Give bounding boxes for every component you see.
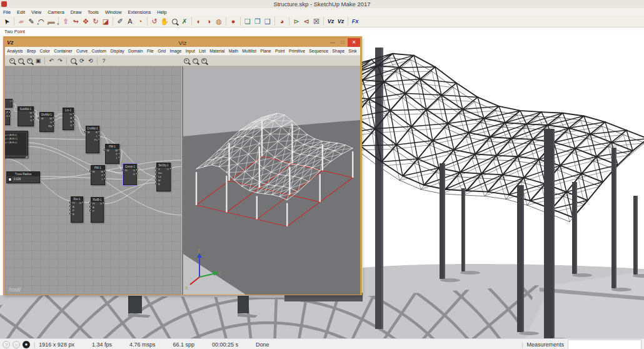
triangle-left-tool-icon[interactable]: ⊲: [301, 16, 311, 26]
auto-refresh-button[interactable]: ⟲: [86, 57, 95, 65]
viz-window[interactable]: Vz Viz — □ ✕ AnalysisBrepColorContainerC…: [3, 36, 362, 295]
menu-tools[interactable]: Tools: [84, 9, 102, 15]
menu-help[interactable]: Help: [154, 9, 169, 15]
viz-menu-math[interactable]: Math: [227, 49, 241, 53]
protractor-tool-icon[interactable]: ◔: [135, 16, 145, 26]
preview-zoom-in-button[interactable]: +: [182, 57, 191, 65]
pie-tool-icon[interactable]: ◕: [277, 16, 287, 26]
zoom-extents-tool-icon[interactable]: ✗: [179, 16, 189, 26]
menu-edit[interactable]: Edit: [14, 9, 28, 15]
output-port[interactable]: [53, 121, 54, 123]
menu-camera[interactable]: Camera: [44, 9, 68, 15]
help-status-icon[interactable]: ?: [3, 341, 10, 348]
output-port[interactable]: [53, 124, 54, 126]
geolocation-status-icon[interactable]: ●: [23, 341, 30, 348]
menu-extensions[interactable]: Extensions: [125, 9, 154, 15]
input-port[interactable]: [155, 183, 157, 185]
node-graph-canvas[interactable]: /root/ tPGSubMd-1MBSDivMd-1MMGMpLin-1InA…: [5, 66, 181, 295]
node-lin[interactable]: Lin-1InABS: [63, 108, 74, 130]
output-port[interactable]: [104, 178, 106, 180]
input-port[interactable]: [69, 209, 71, 211]
scene-tab-two-point[interactable]: Two Point: [4, 29, 25, 34]
output-port[interactable]: [82, 201, 84, 203]
node-submd[interactable]: SubMd-1MBS: [18, 106, 34, 126]
input-port[interactable]: [155, 179, 157, 181]
menu-file[interactable]: File: [0, 9, 14, 15]
output-port[interactable]: [98, 138, 100, 140]
orbit-tool-icon[interactable]: ↺: [149, 16, 159, 26]
rotate-tool-icon[interactable]: ↻: [91, 16, 101, 26]
output-port[interactable]: [98, 134, 100, 136]
panel-resize-handle[interactable]: ◢: [25, 154, 28, 158]
help-button[interactable]: ?: [99, 57, 108, 65]
viz-maximize-button[interactable]: □: [338, 38, 348, 47]
input-port[interactable]: [89, 202, 91, 204]
shadows-tool-icon[interactable]: ◐: [194, 16, 204, 26]
node-panel[interactable]: => {A;B;e} => {A;B;C} => {A;B;e}◢: [5, 131, 28, 158]
viz-menu-custom[interactable]: Custom: [89, 49, 108, 53]
arc-tool-icon[interactable]: ◠▾: [36, 16, 46, 26]
viz-preview-pane[interactable]: ZYX: [183, 66, 360, 295]
node-rotb[interactable]: RotB-1PtGAP: [91, 197, 104, 223]
followme-tool-icon[interactable]: ↬: [71, 16, 81, 26]
undo-button[interactable]: ↶: [47, 57, 56, 65]
output-port[interactable]: [33, 115, 34, 117]
viz-menu-source[interactable]: Source: [359, 49, 360, 53]
input-port[interactable]: [69, 213, 71, 215]
output-port[interactable]: [118, 149, 120, 151]
fx-tool-icon[interactable]: Fx: [350, 16, 360, 26]
input-port[interactable]: [155, 171, 157, 173]
output-port[interactable]: [103, 202, 104, 204]
viz-menu-primitive[interactable]: Primitive: [287, 49, 307, 53]
triangle-right-tool-icon[interactable]: ⊳: [291, 16, 301, 26]
output-port[interactable]: [73, 116, 74, 118]
viz-menu-curve[interactable]: Curve: [74, 49, 90, 53]
output-port[interactable]: [169, 168, 171, 169]
input-port[interactable]: [69, 205, 71, 207]
menu-draw[interactable]: Draw: [68, 9, 85, 15]
viz-menu-material[interactable]: Material: [208, 49, 227, 53]
viz-menu-analysis[interactable]: Analysis: [5, 49, 25, 53]
output-port[interactable]: [9, 111, 11, 113]
viz-menu-plane[interactable]: Plane: [258, 49, 273, 53]
output-port[interactable]: [73, 113, 74, 114]
output-port[interactable]: [73, 124, 74, 126]
preview-zoom-reset-button[interactable]: ×: [199, 57, 208, 65]
input-port[interactable]: [155, 168, 157, 169]
section-tool-icon[interactable]: ◑: [204, 16, 214, 26]
measurements-input[interactable]: [568, 340, 641, 349]
output-port[interactable]: [9, 115, 11, 117]
input-port[interactable]: [155, 175, 157, 177]
redo-button[interactable]: ↷: [56, 57, 64, 65]
zoom-tool-icon[interactable]: [169, 16, 179, 26]
node-truss-radius[interactable]: Truss Radius0.026: [6, 171, 40, 183]
pushpull-tool-icon[interactable]: ⇧: [61, 16, 71, 26]
tape-measure-tool-icon[interactable]: ✐: [115, 16, 125, 26]
eraser-tool-icon[interactable]: ▰: [16, 16, 26, 26]
input-port[interactable]: [89, 206, 91, 208]
select-tool-icon[interactable]: ➤: [2, 16, 12, 26]
inspect-button[interactable]: [69, 57, 78, 65]
pan-tool-icon[interactable]: ✋: [159, 16, 169, 26]
input-port[interactable]: [122, 169, 124, 171]
viz-menu-brep[interactable]: Brep: [25, 49, 38, 53]
credits-status-icon[interactable]: ○: [13, 341, 20, 348]
paintbucket-tool-icon[interactable]: ◪: [101, 16, 111, 26]
output-port[interactable]: [136, 173, 138, 174]
output-port[interactable]: [104, 174, 106, 176]
output-port[interactable]: [53, 117, 54, 119]
viz-menu-image[interactable]: Image: [168, 49, 183, 53]
refresh-button[interactable]: ⟳: [78, 57, 86, 65]
viz-launch-large-icon[interactable]: Vz: [326, 16, 336, 26]
input-port[interactable]: [38, 117, 40, 119]
component-a-tool-icon[interactable]: ❏: [243, 16, 253, 26]
zoom-reset-button[interactable]: ×: [25, 57, 34, 65]
output-port[interactable]: [136, 169, 138, 171]
truss-radius-value[interactable]: 0.026: [14, 178, 21, 181]
node-crvmd[interactable]: CrvMd-1MRLFu: [86, 126, 99, 153]
viz-menu-sequence[interactable]: Sequence: [307, 49, 330, 53]
viz-menu-container[interactable]: Container: [52, 49, 74, 53]
output-port[interactable]: [118, 153, 120, 154]
node-divmd[interactable]: DivMd-1MMGMp: [39, 112, 54, 132]
output-port[interactable]: [73, 120, 74, 122]
